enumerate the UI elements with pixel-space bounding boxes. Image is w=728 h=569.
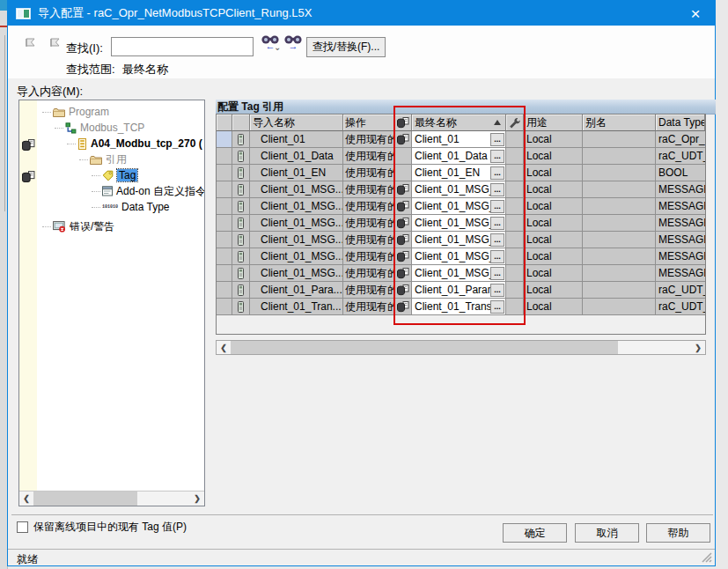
alias-cell[interactable] [583,232,656,248]
usage-cell[interactable]: Local [524,299,583,315]
usage-cell[interactable]: Local [524,248,583,265]
operation-cell[interactable]: 使用现有的 [343,282,394,299]
usage-cell[interactable]: Local [524,215,583,232]
operation-cell[interactable]: 使用现有的 [343,248,394,265]
operation-cell[interactable]: 使用现有的 [343,198,394,215]
tree-item-data-type[interactable]: 101 010 Data Type [19,199,170,215]
browse-button[interactable]: ... [490,300,504,314]
header-icon-column[interactable] [232,115,250,131]
operation-cell[interactable]: 使用现有的 [343,265,394,282]
usage-cell[interactable]: Local [524,232,583,248]
header-row-selector[interactable] [217,115,232,131]
alias-cell[interactable] [583,181,656,198]
alias-cell[interactable] [583,282,656,299]
header-operation[interactable]: 操作 [343,115,394,131]
keep-tag-values-checkbox[interactable] [17,521,28,533]
alias-cell[interactable] [583,198,656,215]
final-name-cell[interactable]: Client_01_MSG_...... [412,215,506,232]
tree-item-modbus-tcp[interactable]: Modbus_TCP [19,120,144,136]
tree-item-tag[interactable]: Tag [19,167,137,183]
operation-cell[interactable]: 使用现有的 [343,299,394,315]
find-replace-button[interactable]: 查找/替换(F)... [306,37,386,57]
final-name-cell[interactable]: Client_01_MSG_S...... [412,248,506,265]
resize-grip[interactable] [702,552,712,563]
tree-item-references[interactable]: 引用 [19,151,127,167]
row-selector[interactable] [217,232,232,248]
tree-item-routine[interactable]: A04_Modbu_tcp_270 ( [19,136,202,151]
scroll-right-arrow[interactable]: ❯ [190,491,204,506]
header-import-name[interactable]: 导入名称 [250,115,343,131]
find-combobox[interactable]: ⌄ [111,37,254,56]
usage-cell[interactable]: Local [524,198,583,215]
browse-button[interactable]: ... [490,200,504,213]
browse-button[interactable]: ... [490,250,504,263]
row-selector[interactable] [217,131,232,148]
usage-cell[interactable]: Local [524,181,583,198]
final-name-cell[interactable]: Client_01_MSG_C...... [412,198,506,215]
row-selector[interactable] [217,248,232,265]
operation-cell[interactable]: 使用现有的 [343,215,394,232]
row-selector[interactable] [217,165,232,181]
alias-cell[interactable] [583,165,656,181]
tree-item-addon-instructions[interactable]: Add-on 自定义指令 [19,183,205,199]
usage-cell[interactable]: Local [524,131,583,148]
operation-cell[interactable]: 使用现有的 [343,131,394,148]
scroll-left-arrow[interactable]: ❮ [217,341,231,354]
tree-horizontal-scrollbar[interactable]: ❮ ❯ [19,491,204,506]
next-bookmark-button[interactable] [45,35,64,53]
header-usage[interactable]: 用途 [524,115,583,131]
cancel-button[interactable]: 取消 [575,523,639,543]
row-selector[interactable] [217,198,232,215]
operation-cell[interactable]: 使用现有的 [343,181,394,198]
final-name-cell[interactable]: Client_01_MSG_C...... [412,181,506,198]
header-db-column[interactable] [394,115,412,131]
row-selector[interactable] [217,181,232,198]
header-data-type[interactable]: Data Type [656,115,705,131]
browse-button[interactable]: ... [490,150,504,163]
final-name-cell[interactable]: Client_01_Transa...... [412,299,506,315]
browse-button[interactable]: ... [490,233,504,247]
usage-cell[interactable]: Local [524,148,583,165]
scroll-left-arrow[interactable]: ❮ [19,491,33,506]
find-input[interactable] [112,38,274,55]
row-selector[interactable] [217,148,232,165]
ok-button[interactable]: 确定 [503,523,567,543]
browse-button[interactable]: ... [490,183,504,196]
find-next-button[interactable]: → [283,34,304,57]
browse-button[interactable]: ... [490,267,504,280]
operation-cell[interactable]: 使用现有的 [343,232,394,248]
browse-button[interactable]: ... [490,133,504,146]
find-previous-button[interactable]: ← [260,34,281,57]
alias-cell[interactable] [583,299,656,315]
table-horizontal-scrollbar[interactable]: ❮ ❯ [216,340,706,355]
operation-cell[interactable]: 使用现有的 [343,165,394,181]
help-button[interactable]: 帮助 [646,523,710,543]
header-alias[interactable]: 别名 [583,115,656,131]
alias-cell[interactable] [583,215,656,232]
tree-item-program[interactable]: Program [19,104,109,120]
alias-cell[interactable] [583,131,656,148]
usage-cell[interactable]: Local [524,265,583,282]
tree-item-errors-warnings[interactable]: 错误/警告 [19,218,114,234]
titlebar[interactable]: 导入配置 - raC_Opr_NetModbusTCPClient_Rung.L… [8,1,715,26]
browse-button[interactable]: ... [490,217,504,230]
alias-cell[interactable] [583,248,656,265]
alias-cell[interactable] [583,148,656,165]
final-name-cell[interactable]: Client_01_MSG_...... [412,232,506,248]
scrollbar-thumb[interactable] [231,341,618,354]
operation-cell[interactable]: 使用现有的 [343,148,394,165]
final-name-cell[interactable]: Client_01_Parame...... [412,282,506,299]
scrollbar-thumb[interactable] [33,491,137,506]
row-selector[interactable] [217,282,232,299]
usage-cell[interactable]: Local [524,282,583,299]
header-final-name[interactable]: 最终名称 [412,115,506,131]
row-selector[interactable] [217,265,232,282]
browse-button[interactable]: ... [490,166,504,180]
final-name-cell[interactable]: Client_01_MSG_...... [412,265,506,282]
final-name-cell[interactable]: Client_01... [412,131,506,148]
row-selector[interactable] [217,215,232,232]
alias-cell[interactable] [583,265,656,282]
header-wrench-column[interactable] [506,115,524,131]
usage-cell[interactable]: Local [524,165,583,181]
row-selector[interactable] [217,299,232,315]
